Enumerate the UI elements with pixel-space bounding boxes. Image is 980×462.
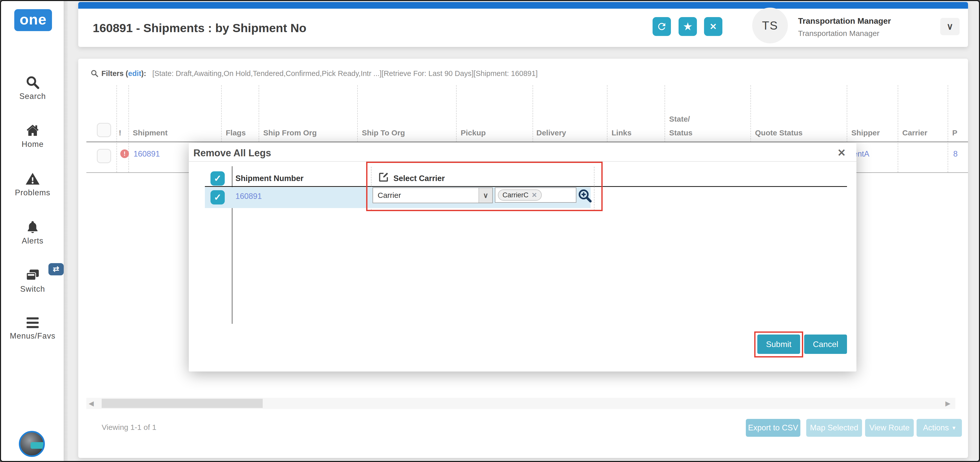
view-route-button[interactable]: View Route [865, 419, 914, 437]
avatar-visor [30, 442, 45, 449]
home-icon [25, 123, 40, 138]
chevron-down-icon: ∨ [947, 21, 953, 32]
star-icon: ★ [683, 21, 692, 32]
check-icon: ✓ [214, 192, 221, 203]
close-icon: ✕ [710, 21, 717, 32]
page-title: 160891 - Shipments : by Shipment No [93, 21, 306, 35]
horizontal-scrollbar-thumb[interactable] [102, 399, 263, 408]
sidebar-item-label: Search [1, 92, 64, 101]
carrier-search-input[interactable]: CarrierC ✕ [495, 187, 576, 203]
column-header-links[interactable]: Links [611, 129, 632, 137]
sidebar-item-home[interactable]: Home [1, 123, 64, 149]
hamburger-menu-icon [25, 316, 40, 330]
row-error-icon[interactable]: ! [120, 150, 129, 158]
column-header-state-line1[interactable]: State/ [669, 115, 690, 123]
modal-dashed-separator [594, 167, 595, 210]
column-header-carrier[interactable]: Carrier [902, 129, 927, 137]
carrier-type-select[interactable]: Carrier ∨ [372, 187, 493, 203]
column-separator [116, 85, 117, 172]
map-selected-button[interactable]: Map Selected [806, 419, 862, 437]
column-header-flags[interactable]: Flags [226, 129, 246, 137]
modal-title: Remove All Legs [193, 148, 271, 159]
modal-row-checkbox[interactable]: ✓ [210, 190, 225, 204]
column-header-quote-status[interactable]: Quote Status [755, 129, 803, 137]
app-window: one Search Home Problems Alerts [0, 0, 980, 462]
modal-column-shipment-number: Shipment Number [235, 174, 304, 183]
tag-remove-icon[interactable]: ✕ [531, 191, 537, 199]
search-icon [25, 75, 40, 90]
submit-button[interactable]: Submit [757, 335, 800, 354]
switch-badge-icon[interactable]: ⇄ [48, 263, 64, 276]
sidebar-item-search[interactable]: Search [1, 75, 64, 101]
caret-down-icon: ▾ [953, 424, 956, 432]
column-header-ship-from-org[interactable]: Ship From Org [263, 129, 317, 137]
sidebar-item-menus-favs[interactable]: Menus/Favs [1, 316, 64, 341]
filters-bar: Filters (edit): [State: Draft,Awaiting,O… [90, 68, 538, 79]
shipment-link[interactable]: 160891 [134, 150, 160, 159]
user-role: Transportation Manager [798, 29, 879, 38]
column-header-shipment[interactable]: Shipment [133, 129, 168, 137]
column-separator [948, 85, 948, 172]
carrier-tag[interactable]: CarrierC ✕ [498, 190, 542, 201]
refresh-button[interactable] [652, 17, 671, 36]
search-filter-icon [90, 69, 99, 78]
modal-shipment-link[interactable]: 160891 [235, 192, 262, 201]
sidebar-item-problems[interactable]: Problems [1, 171, 64, 198]
bell-icon [25, 220, 40, 234]
actions-label: Actions [923, 423, 949, 432]
scroll-left-icon[interactable]: ◀ [89, 400, 94, 408]
pagination-status: Viewing 1-1 of 1 [102, 423, 156, 432]
modal-header-divider [205, 186, 847, 187]
user-name: Transportation Manager [798, 16, 891, 26]
scroll-right-icon[interactable]: ▶ [945, 400, 950, 408]
select-all-checkbox[interactable] [97, 123, 111, 137]
user-avatar[interactable] [19, 431, 45, 457]
cancel-button[interactable]: Cancel [804, 335, 847, 354]
modal-column-select-carrier: Select Carrier [393, 174, 445, 183]
sidebar-scroll-strip[interactable] [64, 1, 68, 461]
one-logo[interactable]: one [14, 9, 52, 31]
sidebar-item-label: Alerts [1, 236, 64, 245]
select-caret-icon: ∨ [479, 188, 492, 203]
switch-screens-icon [25, 268, 40, 282]
carrier-tag-label: CarrierC [503, 191, 528, 199]
column-header-shipper[interactable]: Shipper [851, 129, 880, 137]
close-screen-button[interactable]: ✕ [704, 17, 722, 36]
check-icon: ✓ [214, 173, 221, 184]
modal-close-icon[interactable]: ✕ [837, 147, 846, 159]
column-header-pickup[interactable]: Pickup [461, 129, 486, 137]
modal-select-all-checkbox[interactable]: ✓ [210, 171, 225, 186]
filters-summary: [State: Draft,Awaiting,On Hold,Tendered,… [153, 69, 538, 78]
filters-edit-link[interactable]: edit [128, 69, 142, 78]
sidebar-item-alerts[interactable]: Alerts [1, 220, 64, 245]
favorite-button[interactable]: ★ [679, 17, 697, 36]
warning-icon [25, 171, 40, 186]
column-separator [898, 85, 898, 172]
modal-title-divider [189, 161, 856, 162]
user-initials-avatar[interactable]: TS [752, 8, 788, 43]
filters-label-end: ): [141, 69, 146, 78]
actions-button[interactable]: Actions ▾ [916, 419, 962, 437]
sidebar-item-label: Home [1, 140, 64, 149]
filters-label: Filters ( [102, 69, 128, 78]
sidebar-item-label: Switch [1, 285, 64, 294]
sidebar-item-label: Menus/Favs [1, 331, 64, 341]
edit-icon [378, 171, 389, 183]
user-menu-chevron-button[interactable]: ∨ [940, 18, 959, 35]
column-header-error[interactable]: ! [119, 129, 121, 137]
row-checkbox[interactable] [97, 149, 111, 163]
sidebar-item-label: Problems [1, 188, 64, 198]
refresh-icon [656, 21, 667, 32]
export-to-csv-button[interactable]: Export to CSV [746, 419, 800, 437]
table-header-divider [86, 142, 968, 142]
column-header-partial[interactable]: P [952, 129, 957, 137]
carrier-lookup-icon[interactable] [578, 188, 592, 202]
carrier-select-value: Carrier [373, 191, 479, 200]
row-last-cell-partial[interactable]: 8 [953, 150, 958, 159]
header-top-bar [78, 2, 968, 9]
column-header-state-line2[interactable]: Status [669, 129, 692, 137]
column-header-ship-to-org[interactable]: Ship To Org [362, 129, 405, 137]
column-header-delivery[interactable]: Delivery [536, 129, 566, 137]
column-separator [129, 85, 129, 172]
